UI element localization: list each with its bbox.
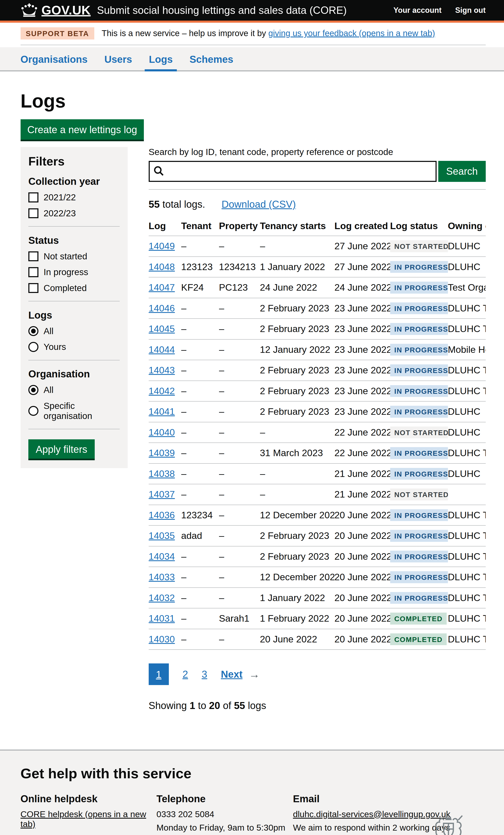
log-id-link[interactable]: 14030 (149, 634, 175, 645)
radio-icon[interactable] (28, 385, 38, 395)
radio-organisation-all[interactable]: All (28, 385, 120, 395)
phase-banner: SUPPORT BETA This is a new service – hel… (21, 23, 486, 45)
log-id-link[interactable]: 14040 (149, 427, 175, 437)
log-id-link[interactable]: 14043 (149, 365, 175, 375)
arrow-right-icon: → (249, 668, 260, 681)
header-account-nav: Your account Sign out (394, 6, 486, 15)
log-id-link[interactable]: 14039 (149, 448, 175, 458)
log-id-link[interactable]: 14044 (149, 344, 175, 355)
pagination-page-3[interactable]: 3 (202, 669, 207, 680)
apply-filters-button[interactable]: Apply filters (28, 439, 95, 459)
filter-group-collection-year: Collection year (28, 176, 120, 187)
table-row: 14038 – – – 21 June 2022 IN PROGRESS DLU… (149, 464, 486, 484)
checkbox-not-started[interactable]: Not started (28, 251, 120, 262)
page-title: Logs (21, 90, 486, 112)
table-row: 14044 – – 12 January 2022 23 June 2022 I… (149, 339, 486, 360)
checkbox-2021-22[interactable]: 2021/22 (28, 192, 120, 202)
radio-icon[interactable] (28, 406, 38, 416)
table-row: 14049 – – – 27 June 2022 NOT STARTED DLU… (149, 236, 486, 257)
sign-out-link[interactable]: Sign out (455, 6, 486, 15)
radio-icon[interactable] (28, 342, 38, 352)
logs-table-container: Log Tenant Property Tenancy starts Log c… (149, 216, 486, 650)
filters-panel: Filters Collection year 2021/22 2022/23 … (21, 147, 128, 468)
crown-icon (21, 3, 38, 17)
checkbox-icon[interactable] (28, 192, 38, 202)
log-id-link[interactable]: 14031 (149, 613, 175, 624)
col-header-tenancy-starts: Tenancy starts (260, 216, 335, 236)
pagination-next[interactable]: Next (221, 669, 243, 680)
total-logs-count: 55 (149, 199, 160, 210)
nav-item-logs[interactable]: Logs (149, 47, 173, 70)
telephone-number: 0333 202 5084 (157, 809, 293, 819)
col-header-log-status: Log status (390, 216, 448, 236)
log-id-link[interactable]: 14048 (149, 262, 175, 272)
search-button[interactable]: Search (438, 161, 486, 182)
status-badge: IN PROGRESS (390, 530, 448, 542)
log-id-link[interactable]: 14036 (149, 510, 175, 521)
phase-text: This is a new service – help us improve … (102, 28, 268, 38)
main-content: Logs Create a new lettings log Filters C… (21, 90, 486, 721)
log-id-link[interactable]: 14035 (149, 530, 175, 541)
telephone-heading: Telephone (157, 793, 293, 805)
checkbox-icon[interactable] (28, 251, 38, 262)
pagination-page-1-current[interactable]: 1 (149, 664, 169, 685)
radio-logs-all[interactable]: All (28, 326, 120, 336)
table-row: 14042 – – 2 February 2023 23 June 2022 I… (149, 381, 486, 402)
results-meta: 55 total logs. Download (CSV) (149, 189, 486, 210)
results-section: Search by log ID, tenant code, property … (149, 147, 486, 721)
checkbox-completed[interactable]: Completed (28, 283, 120, 293)
log-id-link[interactable]: 14046 (149, 303, 175, 313)
table-row: 14030 – – 20 June 2022 20 June 2022 COMP… (149, 629, 486, 650)
core-helpdesk-link[interactable]: CORE helpdesk (opens in a new tab) (21, 809, 146, 829)
radio-organisation-specific[interactable]: Specific organisation (28, 401, 120, 421)
log-id-link[interactable]: 14042 (149, 386, 175, 396)
radio-icon[interactable] (28, 326, 38, 336)
service-name-link[interactable]: Submit social housing lettings and sales… (97, 4, 347, 16)
status-badge: COMPLETED (390, 613, 447, 625)
log-id-link[interactable]: 14032 (149, 592, 175, 603)
status-badge: IN PROGRESS (390, 447, 448, 459)
table-row: 14037 – – – 21 June 2022 NOT STARTED (149, 484, 486, 505)
feedback-link[interactable]: giving us your feedback (opens in a new … (268, 28, 435, 38)
filter-group-status: Status (28, 235, 120, 246)
log-id-link[interactable]: 14047 (149, 282, 175, 293)
log-id-link[interactable]: 14037 (149, 489, 175, 500)
site-footer: Get help with this service Online helpde… (0, 750, 504, 835)
pagination: 1 2 3 Next → (149, 664, 486, 685)
checkbox-icon[interactable] (28, 267, 38, 277)
log-id-link[interactable]: 14038 (149, 468, 175, 479)
radio-logs-yours[interactable]: Yours (28, 342, 120, 352)
nav-item-organisations[interactable]: Organisations (21, 47, 87, 70)
log-id-link[interactable]: 14041 (149, 406, 175, 417)
checkbox-icon[interactable] (28, 283, 38, 293)
status-badge: COMPLETED (390, 633, 447, 645)
telephone-hours-2: (except public holidays) (157, 834, 293, 835)
nav-item-schemes[interactable]: Schemes (189, 47, 233, 70)
download-csv-link[interactable]: Download (CSV) (222, 199, 296, 210)
pagination-page-2[interactable]: 2 (182, 669, 188, 680)
telephone-hours: Monday to Friday, 9am to 5:30pm (157, 823, 293, 833)
divider (28, 226, 120, 227)
log-id-link[interactable]: 14049 (149, 241, 175, 251)
log-id-link[interactable]: 14033 (149, 572, 175, 582)
table-row: 14031 – Sarah1 1 February 2022 20 June 2… (149, 608, 486, 629)
govuk-logotype[interactable]: GOV.UK (42, 3, 91, 17)
status-badge: IN PROGRESS (390, 261, 448, 273)
search-input[interactable] (149, 161, 437, 182)
status-badge: NOT STARTED (390, 488, 448, 501)
table-row: 14043 – – 2 February 2023 23 June 2022 I… (149, 360, 486, 381)
checkbox-2022-23[interactable]: 2022/23 (28, 208, 120, 219)
create-lettings-log-button[interactable]: Create a new lettings log (21, 119, 144, 140)
log-id-link[interactable]: 14034 (149, 551, 175, 562)
status-badge: IN PROGRESS (390, 551, 448, 563)
log-id-link[interactable]: 14045 (149, 323, 175, 334)
filters-title: Filters (28, 154, 120, 168)
table-row: 14033 – – 12 December 2021 20 June 2022 … (149, 567, 486, 588)
divider (28, 360, 120, 360)
checkbox-in-progress[interactable]: In progress (28, 267, 120, 277)
status-badge: IN PROGRESS (390, 571, 448, 583)
your-account-link[interactable]: Your account (394, 6, 442, 15)
checkbox-icon[interactable] (28, 208, 38, 219)
status-badge: IN PROGRESS (390, 592, 448, 604)
nav-item-users[interactable]: Users (104, 47, 132, 70)
